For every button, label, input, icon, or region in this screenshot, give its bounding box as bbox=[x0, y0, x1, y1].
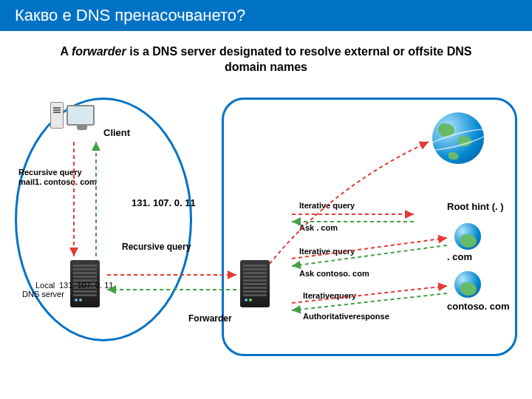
recursive-query-label-1: Recursive query bbox=[18, 168, 82, 177]
ask-contoso: Ask contoso. com bbox=[299, 269, 369, 278]
com-globe-icon bbox=[454, 223, 481, 250]
iter-query-2: Iterative query bbox=[299, 247, 355, 256]
subtitle: A forwarder is a DNS server designated t… bbox=[44, 44, 488, 75]
iter-query-3: Iterativequery bbox=[303, 291, 356, 300]
forwarder-label: Forwarder bbox=[188, 313, 232, 324]
root-hint-globe-icon bbox=[432, 112, 484, 164]
ip-label-2: 131. 107. 0. 11 bbox=[59, 281, 113, 290]
recursive-query-label-2: Recursive query bbox=[122, 242, 191, 252]
local-dns-label-2: DNS server bbox=[22, 290, 64, 299]
auth-response: Authoritativeresponse bbox=[303, 312, 389, 321]
local-dns-label-1: Local bbox=[35, 281, 55, 290]
iter-query-1: Iterative query bbox=[299, 201, 355, 210]
ip-label-1: 131. 107. 0. 11 bbox=[132, 197, 196, 208]
client-label: Client bbox=[103, 127, 130, 138]
com-label: . com bbox=[447, 251, 472, 262]
subtitle-rest: is a DNS server designated to resolve ex… bbox=[126, 45, 472, 73]
contoso-label: contoso. com bbox=[447, 301, 510, 312]
slide-title: Какво е DNS пренасочването? bbox=[0, 0, 532, 31]
mail-host-label: mail1. contoso. com bbox=[18, 177, 97, 186]
subtitle-prefix: A bbox=[61, 45, 72, 58]
root-hint-label: Root hint (. ) bbox=[447, 201, 504, 212]
dns-diagram: Client Recursive query mail1. contoso. c… bbox=[0, 83, 532, 393]
subtitle-em: forwarder bbox=[72, 45, 126, 58]
contoso-globe-icon bbox=[454, 271, 481, 298]
client-computer-icon bbox=[66, 105, 95, 126]
forwarder-server-icon bbox=[240, 260, 270, 307]
ask-com: Ask . com bbox=[299, 223, 338, 232]
